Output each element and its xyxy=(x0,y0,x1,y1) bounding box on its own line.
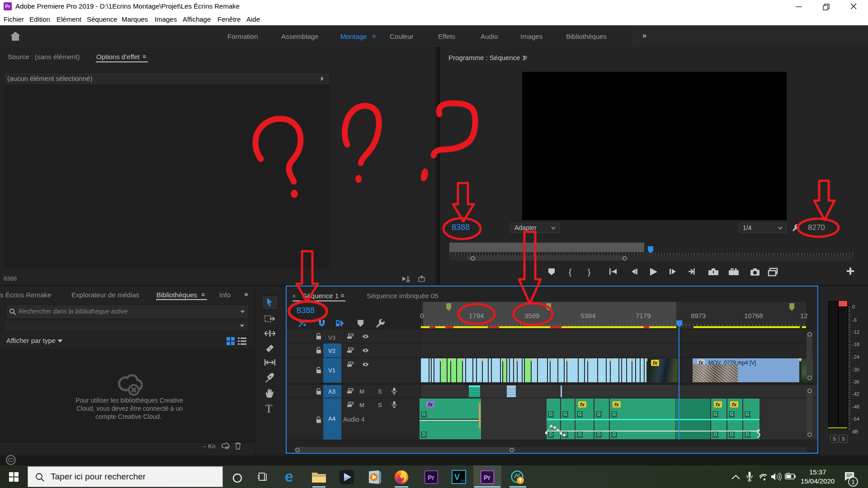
svg-text:1: 1 xyxy=(852,479,855,485)
svg-text:{: { xyxy=(569,267,571,277)
svg-text:Pr: Pr xyxy=(428,474,434,481)
svg-text:}: } xyxy=(588,267,590,277)
svg-text:17: 17 xyxy=(461,479,465,483)
svg-text:Pr: Pr xyxy=(484,474,491,481)
svg-text:V: V xyxy=(454,473,460,482)
